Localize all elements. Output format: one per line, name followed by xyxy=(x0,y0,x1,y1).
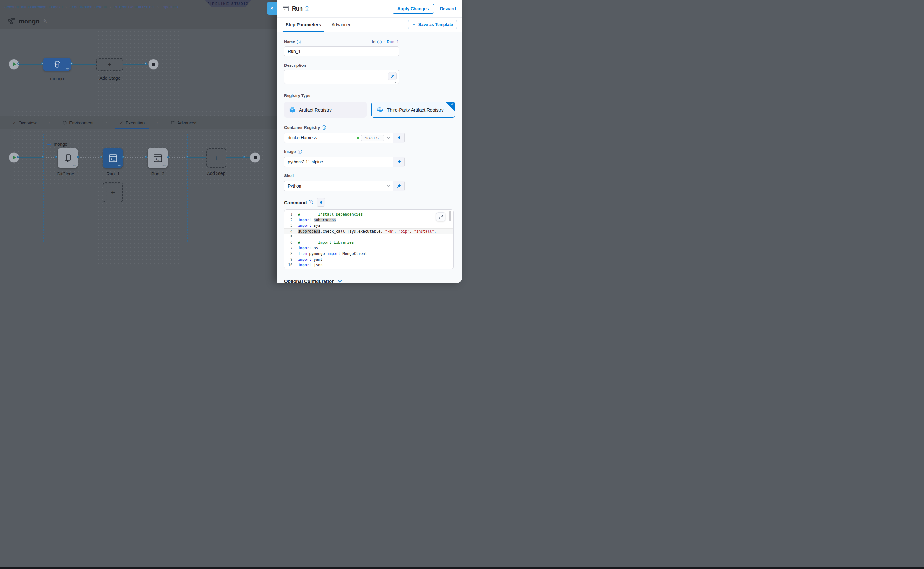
connector-dot xyxy=(145,62,147,65)
close-drawer-button[interactable]: ✕ xyxy=(266,2,277,15)
info-icon[interactable]: i xyxy=(309,200,313,204)
pin-icon xyxy=(397,136,401,140)
breadcrumb-item[interactable]: Project: Default Project xyxy=(114,5,155,9)
step-group-header[interactable]: mongo xyxy=(47,142,67,147)
pin-button[interactable] xyxy=(393,181,404,191)
connector-dot xyxy=(17,62,20,65)
breadcrumb-item[interactable]: Pipelines xyxy=(161,5,178,9)
expand-editor-button[interactable] xyxy=(436,212,445,222)
image-value: python:3.11-alpine xyxy=(284,160,393,164)
code-token: , xyxy=(434,229,436,234)
step-run-2[interactable]: >_ </> xyxy=(147,148,168,168)
tab-advanced[interactable]: Advanced xyxy=(166,116,201,129)
code-line[interactable]: 8from pymongo import MongoClient xyxy=(284,251,453,256)
pipeline-stop-node[interactable] xyxy=(148,59,159,70)
step-id-value[interactable]: Run_1 xyxy=(387,40,399,44)
breadcrumb-item[interactable]: Account: kurosakiichigo.songoku xyxy=(4,5,63,9)
registry-option-third-party[interactable]: ✓ Third-Party Artifact Registry xyxy=(371,102,455,118)
connector-dot xyxy=(70,62,73,65)
svg-text:>_: >_ xyxy=(111,158,115,161)
drawer-title: Run xyxy=(292,6,302,12)
resize-handle[interactable] xyxy=(395,82,398,84)
optional-configuration-toggle[interactable]: Optional Configuration xyxy=(284,278,462,283)
play-icon xyxy=(13,155,16,160)
chevron-down-icon[interactable] xyxy=(387,137,391,139)
status-dot xyxy=(357,137,359,139)
terminal-icon: >_ xyxy=(153,154,163,163)
registry-option-artifact[interactable]: Artifact Registry xyxy=(284,102,366,118)
code-line[interactable]: 1# ====== Install Dependencies ======== xyxy=(284,211,453,217)
step-label[interactable]: Run_2 xyxy=(142,172,173,176)
editor-scrollbar-thumb[interactable] xyxy=(449,211,451,221)
chevron-right-icon: › xyxy=(157,120,158,125)
code-line[interactable]: 6# ====== Import Libraries =========== xyxy=(284,240,453,245)
breadcrumb-item[interactable]: Organization: default xyxy=(70,5,107,9)
pin-icon xyxy=(319,201,323,204)
save-as-template-button[interactable]: Save as Template xyxy=(408,20,457,29)
add-parallel-step-button[interactable]: + xyxy=(103,182,123,202)
shell-select[interactable]: Python xyxy=(284,181,404,191)
add-step-button[interactable]: + xyxy=(206,148,226,168)
step-label[interactable]: GitClone_1 xyxy=(53,172,84,176)
code-token: "-m" xyxy=(385,229,394,234)
code-token: .check_call([sys.executable, xyxy=(320,229,385,234)
code-token: MongoClient xyxy=(340,251,367,256)
edit-pencil-icon[interactable]: ✎ xyxy=(43,18,47,24)
info-icon[interactable]: i xyxy=(305,6,309,11)
info-icon[interactable]: i xyxy=(322,125,326,130)
tab-overview[interactable]: ✓ Overview xyxy=(8,116,41,129)
line-number: 2 xyxy=(284,218,298,222)
code-token: sys xyxy=(311,223,320,228)
shell-value: Python xyxy=(284,184,387,189)
pin-button[interactable] xyxy=(316,198,325,207)
apply-changes-button[interactable]: Apply Changes xyxy=(392,4,434,14)
pin-button[interactable] xyxy=(388,72,397,80)
tab-environment[interactable]: Environment xyxy=(58,116,98,129)
info-icon[interactable]: i xyxy=(377,40,382,44)
panel-scrollbar-thumb[interactable] xyxy=(450,210,454,210)
code-line[interactable]: 4subprocess.check_call([sys.executable, … xyxy=(284,228,453,234)
code-line[interactable]: 10import json xyxy=(284,262,453,268)
tab-overview-label: Overview xyxy=(18,120,36,125)
container-registry-select[interactable]: dockerHarness PROJECT xyxy=(284,132,404,143)
code-line[interactable]: 2import subprocess xyxy=(284,217,453,223)
add-stage-label[interactable]: Add Stage xyxy=(93,76,127,81)
line-number: 9 xyxy=(284,257,298,262)
stage-graph-canvas: </> </> mongo + Add Stage xyxy=(0,29,277,116)
name-input[interactable] xyxy=(284,46,399,56)
info-icon[interactable]: i xyxy=(297,40,301,44)
stage-label[interactable]: mongo xyxy=(43,76,71,81)
execution-stop-node[interactable] xyxy=(250,152,260,163)
step-label[interactable]: Run_1 xyxy=(97,172,128,176)
tab-advanced-drawer[interactable]: Advanced xyxy=(331,18,352,32)
step-run-1[interactable]: >_ </> xyxy=(103,148,123,168)
command-code-editor[interactable]: 1# ====== Install Dependencies ========2… xyxy=(284,210,454,269)
tab-execution[interactable]: ✓ Execution xyxy=(116,116,149,129)
code-token: import xyxy=(298,246,311,250)
code-line[interactable]: 9import yaml xyxy=(284,257,453,262)
discard-link[interactable]: Discard xyxy=(440,6,456,11)
line-number: 7 xyxy=(284,246,298,250)
add-step-label[interactable]: Add Step xyxy=(201,171,232,176)
line-number: 3 xyxy=(284,223,298,228)
info-icon[interactable]: i xyxy=(298,149,302,154)
pin-button[interactable] xyxy=(393,133,404,143)
collapse-icon[interactable] xyxy=(47,144,51,145)
stage-node-mongo[interactable]: </> </> xyxy=(43,58,71,71)
tab-step-parameters[interactable]: Step Parameters xyxy=(285,18,322,32)
code-line[interactable]: 5 xyxy=(284,234,453,240)
custom-stage-icon: </> xyxy=(53,61,61,68)
step-parameters-form: Namei Idi : Run_1 Description Registry T… xyxy=(277,32,462,283)
description-textarea[interactable] xyxy=(284,70,399,84)
step-gitclone-1[interactable]: </> xyxy=(58,148,78,168)
artifact-registry-icon xyxy=(289,106,295,113)
pin-button[interactable] xyxy=(393,157,404,167)
chevron-down-icon[interactable] xyxy=(387,185,391,187)
code-line[interactable]: 3import sys xyxy=(284,223,453,228)
image-input-group[interactable]: python:3.11-alpine xyxy=(284,157,404,167)
code-line[interactable]: 7import os xyxy=(284,245,453,251)
pipeline-icon xyxy=(8,18,15,25)
tab-environment-label: Environment xyxy=(69,120,94,125)
add-stage-button[interactable]: + xyxy=(96,58,123,71)
connector-dot xyxy=(122,156,124,158)
